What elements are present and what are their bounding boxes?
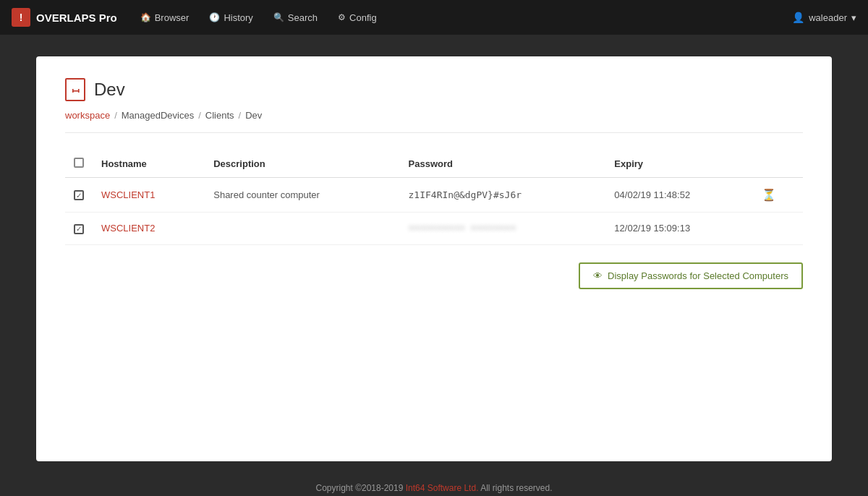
table-header-row: Hostname Description Password Expiry [65,150,803,178]
row1-password-cell: z1IF4RIn@&dgPV}#sJ6r [400,178,606,213]
display-passwords-label: Display Passwords for Selected Computers [608,270,788,281]
row2-expiry: 12/02/19 15:09:13 [605,213,752,245]
col-checkbox [65,150,93,178]
footer-text: Copyright ©2018-2019 [315,483,405,493]
row2-hostname-cell: WSCLIENT2 [93,213,205,245]
nav-browser[interactable]: 🏠 Browser [132,8,198,27]
breadcrumb-dev: Dev [245,110,262,121]
button-row: 👁 Display Passwords for Selected Compute… [65,262,803,289]
row1-description: Shared counter computer [205,178,399,213]
page-title: Dev [94,80,125,100]
row2-checkbox-cell [65,213,93,245]
navbar: ! OVERLAPS Pro 🏠 Browser 🕐 History 🔍 Sea… [0,0,868,35]
breadcrumb-sep-3: / [239,110,242,121]
nav-history-label: History [224,12,252,23]
nav-history[interactable]: 🕐 History [200,8,261,27]
footer-link[interactable]: Int64 Software Ltd. [406,483,479,493]
row2-description [205,213,399,245]
expiry-warning-icon: ⏳ [762,189,776,201]
history-icon: 🕐 [209,12,220,22]
col-hostname: Hostname [93,150,205,178]
nav-links: 🏠 Browser 🕐 History 🔍 Search ⚙ Config [132,8,793,27]
breadcrumb-clients[interactable]: Clients [205,110,234,121]
nav-search-label: Search [288,12,318,23]
content-card: ꟷ Dev workspace / ManagedDevices / Clien… [36,56,832,461]
table-row: WSCLIENT2 •••••••••• •••••••• 12/02/19 1… [65,213,803,245]
row2-hostname-link[interactable]: WSCLIENT2 [101,223,155,234]
nav-config[interactable]: ⚙ Config [329,8,386,27]
table-row: WSCLIENT1 Shared counter computer z1IF4R… [65,178,803,213]
brand-logo: ! [12,8,30,27]
computers-table: Hostname Description Password Expiry WSC… [65,150,803,245]
user-menu[interactable]: 👤 waleader ▾ [792,12,856,23]
breadcrumb-sep-1: / [114,110,117,121]
row2-action-cell [753,213,803,245]
display-passwords-button[interactable]: 👁 Display Passwords for Selected Compute… [579,262,803,289]
breadcrumb-sep-2: / [198,110,201,121]
browser-icon: 🏠 [140,12,151,22]
page-icon: ꟷ [65,78,85,101]
nav-search[interactable]: 🔍 Search [265,8,326,27]
select-all-checkbox[interactable] [74,158,84,168]
breadcrumb-workspace[interactable]: workspace [65,110,110,121]
username: waleader [809,12,847,23]
main-wrapper: ꟷ Dev workspace / ManagedDevices / Clien… [0,35,868,476]
breadcrumb: workspace / ManagedDevices / Clients / D… [65,110,803,133]
col-actions [753,150,803,178]
col-password: Password [400,150,606,178]
user-dropdown-icon: ▾ [851,12,856,23]
user-icon: 👤 [792,12,804,23]
nav-browser-label: Browser [155,12,190,23]
row1-expiry: 04/02/19 11:48:52 [605,178,752,213]
brand-logo-text: ! [20,12,23,23]
row1-hostname-cell: WSCLIENT1 [93,178,205,213]
row2-checkbox[interactable] [74,224,84,234]
row2-password: •••••••••• •••••••• [409,223,516,234]
search-icon: 🔍 [273,12,284,22]
row1-password: z1IF4RIn@&dgPV}#sJ6r [409,189,522,200]
breadcrumb-managed-devices[interactable]: ManagedDevices [122,110,194,121]
config-icon: ⚙ [338,12,346,22]
brand-name: OVERLAPS Pro [36,12,117,24]
footer: Copyright ©2018-2019 Int64 Software Ltd.… [0,476,868,496]
col-description: Description [205,150,399,178]
eye-icon: 👁 [593,270,603,281]
footer-suffix: All rights reserved. [478,483,552,493]
nav-config-label: Config [349,12,377,23]
row1-checkbox[interactable] [74,190,84,200]
row1-hostname-link[interactable]: WSCLIENT1 [101,189,155,200]
brand: ! OVERLAPS Pro [12,8,117,27]
row1-checkbox-cell [65,178,93,213]
col-expiry: Expiry [605,150,752,178]
row2-password-cell: •••••••••• •••••••• [400,213,606,245]
page-header: ꟷ Dev [65,78,803,101]
row1-expiry-icon-cell: ⏳ [753,178,803,213]
